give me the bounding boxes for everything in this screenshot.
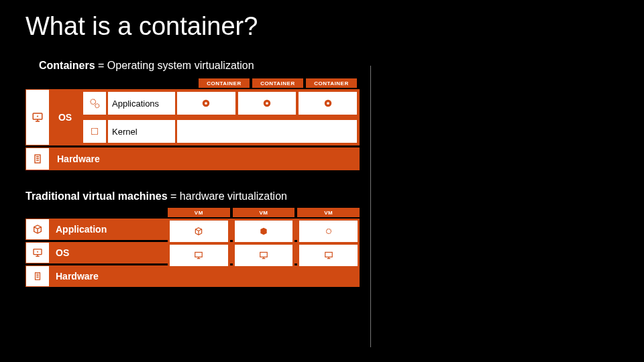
vm-subtitle: Traditional virtual machines = hardware … <box>0 190 644 202</box>
svg-point-2 <box>95 104 99 108</box>
svg-rect-19 <box>195 252 203 257</box>
hardware-row: Hardware <box>25 147 360 170</box>
containers-diagram: CONTAINER CONTAINER CONTAINER OS Applica… <box>25 78 360 170</box>
vm-columns <box>168 219 360 268</box>
monitor-icon <box>26 90 49 145</box>
applications-row: Applications <box>81 90 359 117</box>
gear-icon <box>177 92 235 115</box>
monitor-icon <box>299 245 358 266</box>
vm-subtitle-rest: = hardware virtualization <box>168 190 287 202</box>
monitor-icon <box>26 243 49 263</box>
svg-rect-22 <box>325 252 332 257</box>
containers-subtitle: Containers = Operating system virtualiza… <box>0 60 644 72</box>
svg-point-21 <box>326 229 331 234</box>
vm-badges-row: VM VM VM <box>25 208 360 217</box>
monitor-icon <box>170 245 228 266</box>
vm-column <box>297 219 360 268</box>
container-badge: CONTAINER <box>306 78 357 88</box>
containers-subtitle-rest: = Operating system virtualization <box>95 60 254 71</box>
containers-subtitle-bold: Containers <box>39 60 95 71</box>
cube-icon <box>26 219 49 239</box>
vm-badge: VM <box>233 208 295 217</box>
vm-subtitle-bold: Traditional virtual machines <box>25 190 168 202</box>
svg-rect-20 <box>260 252 268 257</box>
vm-hardware-label: Hardware <box>49 266 359 286</box>
server-icon <box>26 266 49 286</box>
gear-icon <box>299 92 357 115</box>
svg-point-8 <box>327 102 329 105</box>
svg-point-4 <box>205 102 207 105</box>
kernel-row: Kernel <box>81 117 359 145</box>
os-label: OS <box>49 90 81 145</box>
vm-hardware-row: Hardware <box>25 265 360 287</box>
server-icon <box>26 148 49 170</box>
cube-icon <box>235 221 293 242</box>
kernel-label: Kernel <box>108 120 175 143</box>
os-row: OS Applications <box>25 89 360 145</box>
vm-badge: VM <box>168 208 230 217</box>
slide-title: What is a container? <box>0 0 644 41</box>
applications-label: Applications <box>108 92 175 115</box>
cube-icon <box>299 221 358 242</box>
svg-point-1 <box>91 99 96 105</box>
vm-badge: VM <box>297 208 360 217</box>
gears-icon <box>83 92 106 115</box>
svg-point-6 <box>266 102 268 105</box>
container-badge: CONTAINER <box>199 78 250 88</box>
hardware-label: Hardware <box>49 148 359 170</box>
container-badges-row: CONTAINER CONTAINER CONTAINER <box>25 78 360 88</box>
svg-rect-9 <box>92 129 98 135</box>
vm-diagram: VM VM VM Application OS <box>25 208 360 287</box>
cube-icon <box>170 221 228 242</box>
container-badge: CONTAINER <box>252 78 303 88</box>
cpu-icon <box>83 120 106 143</box>
gear-icon <box>238 92 297 115</box>
monitor-icon <box>235 245 293 266</box>
vm-column <box>233 219 295 268</box>
vm-column <box>168 219 230 268</box>
vertical-divider <box>370 66 371 347</box>
